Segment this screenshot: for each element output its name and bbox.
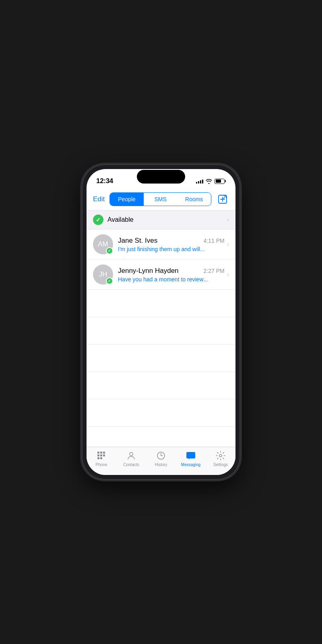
empty-row <box>87 290 235 317</box>
contact-list: AM ✓ Jane St. Ives 4:11 PM I'm just fini… <box>87 229 235 447</box>
avatar-wrap: AM ✓ <box>93 234 113 254</box>
signal-icon <box>196 179 203 184</box>
svg-point-15 <box>219 454 222 457</box>
contact-name: Jane St. Ives <box>118 237 157 245</box>
phone-frame: 12:34 <box>83 165 239 479</box>
svg-rect-4 <box>97 452 99 454</box>
tab-contacts-label: Contacts <box>123 462 139 467</box>
history-icon <box>156 450 166 461</box>
svg-rect-14 <box>186 452 195 458</box>
contact-time: 4:11 PM <box>204 237 225 244</box>
empty-row <box>87 317 235 345</box>
segment-control: People SMS Rooms <box>109 192 211 206</box>
tab-rooms[interactable]: Rooms <box>177 193 211 206</box>
empty-row <box>87 345 235 372</box>
svg-point-12 <box>130 452 133 456</box>
tab-phone[interactable]: Phone <box>87 450 116 467</box>
contact-time: 2:27 PM <box>204 268 225 274</box>
tab-contacts[interactable]: Contacts <box>116 450 146 467</box>
contact-name: Jenny-Lynn Hayden <box>118 267 179 275</box>
tab-history[interactable]: History <box>146 450 176 467</box>
compose-button[interactable] <box>216 193 229 206</box>
row-chevron-icon: › <box>227 271 229 278</box>
contact-info: Jane St. Ives 4:11 PM I'm just finishing… <box>118 237 225 252</box>
tab-sms[interactable]: SMS <box>144 193 178 206</box>
tab-settings-label: Settings <box>213 462 228 467</box>
svg-rect-11 <box>100 457 102 459</box>
settings-icon <box>215 450 226 461</box>
availability-check-icon: ✓ <box>93 215 103 225</box>
row-chevron-icon: › <box>227 241 229 248</box>
availability-status: Available <box>107 216 227 223</box>
contact-preview: I'm just finishing them up and will... <box>118 246 225 252</box>
svg-rect-8 <box>100 454 102 456</box>
messaging-icon <box>186 450 196 461</box>
svg-rect-10 <box>97 457 99 459</box>
toolbar: Edit People SMS Rooms <box>87 191 235 210</box>
status-time: 12:34 <box>96 177 113 185</box>
edit-button[interactable]: Edit <box>93 195 105 203</box>
phone-screen: 12:34 <box>87 169 235 475</box>
tab-phone-label: Phone <box>96 462 107 467</box>
empty-row <box>87 372 235 399</box>
contacts-icon <box>126 450 136 461</box>
contact-info: Jenny-Lynn Hayden 2:27 PM Have you had a… <box>118 267 225 283</box>
svg-line-3 <box>223 196 226 198</box>
status-icons <box>196 179 226 184</box>
svg-rect-6 <box>103 452 105 454</box>
battery-icon <box>215 179 226 184</box>
availability-row[interactable]: ✓ Available › <box>87 210 235 229</box>
phone-icon <box>96 450 107 461</box>
online-badge-icon: ✓ <box>106 247 113 254</box>
tab-settings[interactable]: Settings <box>206 450 235 467</box>
tab-history-label: History <box>155 462 167 467</box>
availability-chevron-icon: › <box>227 216 229 223</box>
tab-messaging[interactable]: Messaging <box>176 450 206 467</box>
list-item[interactable]: AM ✓ Jane St. Ives 4:11 PM I'm just fini… <box>87 229 235 260</box>
svg-rect-5 <box>100 452 102 454</box>
dynamic-island <box>137 170 185 184</box>
avatar-wrap: JH ✓ <box>93 264 113 285</box>
tab-bar: Phone Contacts History <box>87 447 235 475</box>
tab-messaging-label: Messaging <box>181 462 200 467</box>
svg-rect-9 <box>103 454 105 456</box>
wifi-icon <box>206 179 212 184</box>
empty-row <box>87 427 235 447</box>
list-item[interactable]: JH ✓ Jenny-Lynn Hayden 2:27 PM Have you … <box>87 260 235 290</box>
compose-icon <box>217 194 228 204</box>
online-badge-icon: ✓ <box>106 277 113 285</box>
svg-rect-7 <box>97 454 99 456</box>
tab-people[interactable]: People <box>110 193 144 206</box>
empty-row <box>87 399 235 427</box>
contact-preview: Have you had a moment to review... <box>118 276 225 283</box>
